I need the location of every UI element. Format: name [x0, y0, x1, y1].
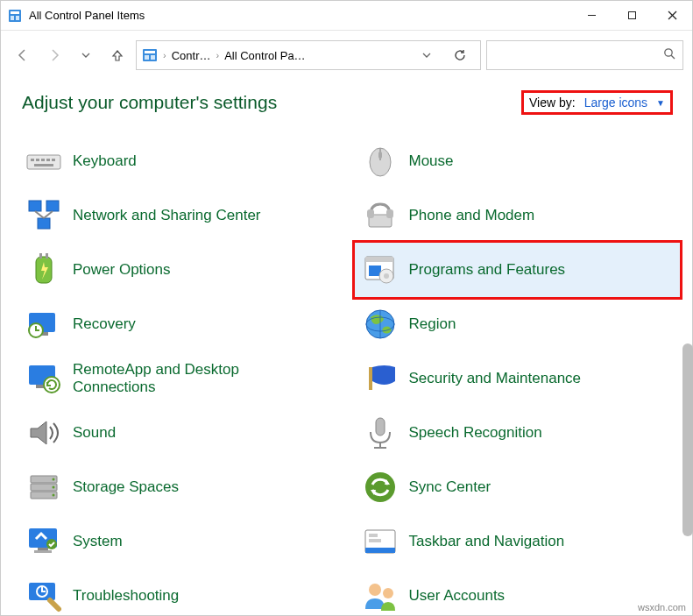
item-label: Troubleshooting	[73, 587, 179, 605]
svg-point-39	[384, 273, 389, 279]
control-panel-item[interactable]: Security and Maintenance	[355, 351, 681, 406]
forward-button[interactable]	[41, 42, 67, 68]
maximize-button[interactable]	[612, 2, 652, 30]
item-label: Region	[409, 315, 456, 333]
control-panel-item[interactable]: Network and Sharing Center	[18, 188, 344, 243]
back-button[interactable]	[10, 42, 36, 68]
item-label: Taskbar and Navigation	[409, 533, 565, 550]
svg-rect-18	[46, 159, 50, 161]
svg-point-12	[665, 49, 672, 56]
window-titlebar: All Control Panel Items	[1, 1, 692, 31]
window-title: All Control Panel Items	[29, 9, 145, 22]
svg-rect-65	[369, 534, 378, 537]
item-label: Storage Spaces	[73, 478, 179, 496]
control-panel-item[interactable]: RemoteApp and Desktop Connections	[18, 351, 344, 406]
svg-point-58	[365, 472, 395, 502]
items-area: KeyboardMouseNetwork and Sharing CenterP…	[1, 125, 692, 615]
svg-line-13	[671, 55, 675, 59]
svg-rect-3	[16, 16, 19, 20]
svg-point-56	[53, 486, 55, 489]
minimize-button[interactable]	[571, 2, 612, 30]
breadcrumb-seg-2[interactable]: All Control Pa…	[224, 49, 305, 62]
control-panel-item[interactable]: Programs and Features	[355, 243, 681, 297]
svg-point-55	[53, 478, 55, 481]
users-icon	[360, 576, 400, 615]
control-panel-item[interactable]: Troubleshooting	[18, 569, 344, 615]
svg-rect-16	[36, 159, 39, 161]
svg-rect-26	[38, 218, 50, 229]
svg-rect-1	[11, 11, 19, 14]
up-button[interactable]	[104, 42, 131, 68]
svg-rect-31	[386, 209, 393, 218]
svg-rect-49	[376, 418, 385, 435]
programs-icon	[360, 250, 400, 290]
address-bar[interactable]: › Contr… › All Control Pa…	[136, 40, 481, 70]
mouse-icon	[360, 141, 400, 181]
troubleshoot-icon	[24, 576, 64, 615]
svg-rect-2	[11, 16, 14, 20]
svg-rect-10	[145, 55, 149, 60]
control-panel-item[interactable]: User Accounts	[355, 569, 681, 615]
item-label: Programs and Features	[409, 261, 566, 279]
item-label: RemoteApp and Desktop Connections	[73, 361, 265, 397]
control-panel-item[interactable]: Sync Center	[355, 460, 681, 514]
scrollbar-thumb[interactable]	[682, 343, 693, 536]
view-by-selector[interactable]: View by: Large icons ▼	[521, 90, 673, 115]
recovery-icon	[24, 304, 64, 344]
window-icon	[8, 9, 22, 23]
item-label: Sync Center	[409, 478, 491, 496]
vertical-scrollbar[interactable]	[682, 158, 693, 613]
svg-point-57	[53, 494, 55, 497]
recent-dropdown[interactable]	[73, 42, 99, 68]
security-icon	[360, 358, 400, 399]
keyboard-icon	[24, 141, 64, 181]
svg-line-27	[35, 211, 44, 218]
svg-rect-30	[367, 209, 374, 218]
item-label: User Accounts	[409, 587, 506, 605]
close-button[interactable]	[652, 2, 692, 30]
network-icon	[24, 195, 64, 236]
refresh-button[interactable]	[445, 40, 475, 70]
storage-icon	[24, 467, 64, 507]
svg-rect-11	[151, 55, 155, 60]
control-panel-item[interactable]: Storage Spaces	[18, 460, 344, 514]
header-row: Adjust your computer's settings View by:…	[1, 80, 692, 125]
item-label: Mouse	[409, 152, 454, 170]
svg-point-70	[383, 588, 393, 598]
svg-rect-20	[34, 164, 53, 166]
svg-rect-5	[628, 12, 635, 19]
control-panel-item[interactable]: Recovery	[18, 297, 344, 351]
address-dropdown[interactable]	[414, 42, 440, 68]
control-panel-item[interactable]: Sound	[18, 406, 344, 460]
svg-rect-19	[52, 159, 55, 161]
speech-icon	[360, 413, 400, 453]
svg-rect-61	[34, 550, 52, 553]
control-panel-item[interactable]: Phone and Modem	[355, 188, 681, 243]
item-label: Phone and Modem	[409, 207, 535, 224]
control-panel-item[interactable]: Taskbar and Navigation	[355, 514, 681, 569]
search-input[interactable]	[494, 48, 663, 63]
page-title: Adjust your computer's settings	[22, 92, 521, 113]
control-panel-item[interactable]: Mouse	[355, 134, 681, 188]
addressbar-icon	[142, 47, 158, 63]
region-icon	[360, 304, 400, 344]
phone-icon	[360, 195, 400, 236]
control-panel-item[interactable]: System	[18, 514, 344, 569]
svg-rect-23	[378, 152, 382, 159]
control-panel-item[interactable]: Speech Recognition	[355, 406, 681, 460]
item-label: Recovery	[73, 315, 136, 333]
control-panel-item[interactable]: Region	[355, 297, 681, 351]
control-panel-item[interactable]: Power Options	[18, 243, 344, 297]
chevron-right-icon: ›	[216, 50, 219, 60]
navigation-row: › Contr… › All Control Pa…	[1, 31, 692, 80]
svg-line-28	[44, 211, 53, 218]
item-label: Network and Sharing Center	[73, 207, 261, 224]
item-label: System	[73, 533, 123, 550]
breadcrumb-seg-1[interactable]: Contr…	[172, 49, 211, 62]
svg-rect-14	[27, 155, 60, 169]
svg-rect-36	[365, 257, 393, 262]
control-panel-item[interactable]: Keyboard	[18, 134, 344, 188]
sound-icon	[24, 413, 64, 453]
chevron-right-icon: ›	[163, 50, 166, 60]
search-box[interactable]	[486, 40, 683, 70]
